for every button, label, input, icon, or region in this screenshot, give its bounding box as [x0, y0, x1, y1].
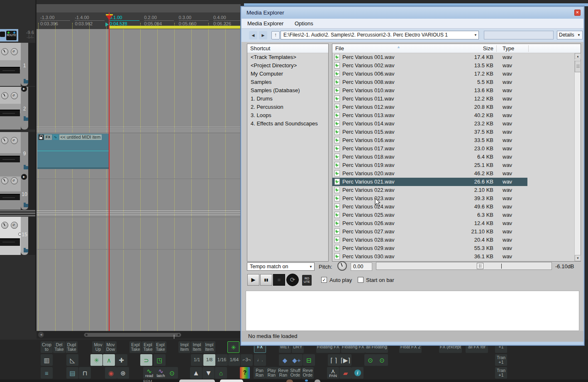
file-panel[interactable]: File ▲ Size Type Perc Various 001.wav 17… [332, 44, 581, 262]
waveform-preview-area[interactable] [246, 291, 579, 331]
pan-knob[interactable] [11, 222, 18, 229]
nudge-down-icon[interactable]: ▼ [203, 367, 215, 379]
shortcut-list[interactable]: <Track Templates><Project Directory>My C… [247, 53, 328, 261]
mouse-modifier-icon[interactable]: ⊓ [79, 367, 91, 379]
scroll-back-icon[interactable]: ◀ [38, 332, 44, 338]
scroll-down-icon[interactable]: ▼ [575, 255, 581, 261]
file-row[interactable]: Perc Various 026.wav 12.4 KB wav [332, 219, 574, 228]
grid-1-16-button[interactable]: 1/16 [216, 354, 228, 366]
new-folder-icon[interactable]: ✳ [227, 341, 239, 353]
midi-item[interactable]: FX ∿ << untitled MIDI item [37, 134, 109, 169]
insert-measure-icon[interactable]: ⊟ [303, 354, 315, 366]
volume-knob[interactable] [1, 137, 8, 144]
file-row[interactable]: Perc Various 024.wav 49.6 KB wav [332, 203, 574, 211]
file-row[interactable]: Perc Various 011.wav 12.2 KB wav [332, 95, 574, 103]
file-row[interactable]: Perc Various 001.wav 17.4 KB wav [332, 53, 574, 61]
file-list-header[interactable]: File ▲ Size Type [332, 44, 581, 53]
shortcut-panel[interactable]: Shortcut <Track Templates><Project Direc… [247, 44, 329, 262]
folder-icon[interactable] [24, 166, 28, 169]
track-collapse-icon[interactable]: ▶ [21, 86, 27, 92]
fader-partial[interactable] [0, 110, 20, 116]
shortcut-item[interactable]: My Computer [247, 70, 328, 78]
close-button[interactable]: ✕ [574, 10, 581, 16]
pan-knob[interactable] [11, 48, 18, 55]
play-selection-icon[interactable]: ⌈▶⌉ [339, 354, 351, 366]
shuffle-order-button[interactable]: Shuff Orde [289, 367, 301, 379]
track-panel[interactable]: 9 [0, 132, 37, 179]
file-row[interactable]: Perc Various 028.wav 20.4 KB wav [332, 236, 574, 244]
move-up-button[interactable]: Mov Up [92, 341, 104, 353]
file-row[interactable]: Perc Various 030.wav 36.1 KB wav [332, 252, 574, 261]
show-knob-icon[interactable]: ⊙ [376, 354, 388, 366]
pause-button[interactable]: ▮▮ [260, 274, 272, 286]
film-reels-icon[interactable]: ⊛ [117, 367, 129, 379]
shortcut-item[interactable]: 1. Drums [247, 95, 328, 103]
scrollbar-thumb[interactable] [575, 61, 581, 72]
item-list-icon[interactable]: ≡ [41, 367, 53, 379]
implode-item-button[interactable]: Impl Item [203, 341, 215, 353]
copy-loop-icon[interactable]: ◳ [154, 354, 166, 366]
track-panel[interactable]: 10 [0, 176, 37, 210]
forward-icon[interactable]: ▶ [259, 31, 267, 39]
column-type[interactable]: Type [503, 45, 514, 51]
column-divider[interactable] [496, 45, 497, 52]
start-on-bar-checkbox[interactable] [358, 277, 364, 283]
loop-button[interactable]: ⟳ [286, 274, 299, 286]
file-row[interactable]: Perc Various 019.wav 25.1 KB wav [332, 161, 574, 169]
loop-points-icon[interactable]: ⊃ [140, 354, 152, 366]
envelope-icon[interactable]: ∿ [53, 135, 59, 140]
fader-partial[interactable] [0, 194, 20, 200]
scrollbar-thumb[interactable] [84, 333, 181, 337]
duplicate-take-button[interactable]: Dupl Take [66, 341, 78, 353]
menu-media-explorer[interactable]: Media Explorer [247, 20, 283, 27]
envelope-range-icon[interactable]: ◆ [279, 354, 291, 366]
reverse-order-button[interactable]: Reve Orde [302, 367, 314, 379]
time-selection-band[interactable] [109, 26, 241, 29]
path-dropdown-icon[interactable]: ▼ [472, 31, 479, 39]
file-row[interactable]: Perc Various 017.wav 23.0 KB wav [332, 144, 574, 153]
arrange-background[interactable] [37, 29, 241, 331]
folder-icon[interactable] [24, 204, 28, 207]
pitch-value-field[interactable]: 0.00 [351, 262, 372, 271]
file-row[interactable]: Perc Various 014.wav 23.2 KB wav [332, 120, 574, 128]
split-items-icon[interactable]: ◺ [66, 354, 78, 366]
implode-item-button[interactable]: Impl Item [178, 341, 190, 353]
file-list[interactable]: Perc Various 001.wav 17.4 KB wav Perc Va… [332, 53, 574, 261]
file-row[interactable]: Perc Various 013.wav 40.2 KB wav [332, 111, 574, 120]
shortcut-item[interactable]: 3. Loops [247, 111, 328, 120]
pitch-knob[interactable] [337, 261, 347, 271]
move-down-button[interactable]: Mov Dow [105, 341, 117, 353]
volume-knob[interactable] [1, 92, 8, 99]
route-button[interactable]: ROUTE [6, 31, 17, 40]
file-row[interactable]: Perc Various 015.wav 37.5 KB wav [332, 128, 574, 136]
file-row[interactable]: Perc Various 029.wav 55.3 KB wav [332, 244, 574, 252]
fader-partial[interactable] [0, 156, 20, 162]
file-row[interactable]: Perc Various 025.wav 6.3 KB wav [332, 211, 574, 219]
pan-knob[interactable] [11, 92, 18, 99]
fader-partial[interactable] [0, 238, 20, 246]
envelope-visibility-icon[interactable]: ⊙ [166, 367, 178, 379]
folder-items-icon[interactable]: ⌂ [215, 367, 227, 379]
arrange-view[interactable]: -1.3.000:03.396-1.4.000:03.9620.1.000:04… [37, 0, 241, 382]
delete-take-button[interactable]: Del Take [53, 341, 65, 353]
fader-partial[interactable] [0, 67, 20, 73]
file-row-selected[interactable]: Perc Various 021.wav 26.6 KB wav [332, 178, 574, 186]
path-combobox[interactable]: E:\Files\2-1. Audio\2. Samples\2. Percus… [281, 31, 479, 39]
tempo-match-dropdown[interactable]: Tempo match on ▼ [247, 262, 315, 271]
volume-knob[interactable] [1, 177, 8, 184]
show-mixer-icon[interactable]: ⊙ [364, 354, 376, 366]
stop-button[interactable]: ■ [273, 274, 285, 286]
triplet-grid-icon[interactable]: ⌐3¬ [241, 354, 253, 366]
back-icon[interactable]: ◀ [249, 31, 257, 39]
grid-1-8-button[interactable]: 1/8 [203, 354, 215, 366]
grid-1-64-button[interactable]: 1/64 [228, 354, 240, 366]
lock-icon[interactable] [39, 135, 44, 140]
crop-to-button[interactable]: Crop to [41, 341, 53, 353]
vertical-scrollbar[interactable]: ▲ ▼ [574, 53, 581, 261]
column-divider[interactable] [528, 45, 529, 52]
file-row[interactable]: Perc Various 016.wav 33.5 KB wav [332, 136, 574, 144]
pan-random-button[interactable]: Pan Ran [254, 367, 266, 379]
transpose-plus-one-button[interactable]: Tran +1 [495, 354, 507, 366]
hand-scroll-icon[interactable]: ✚ [115, 354, 127, 366]
volume-slider-thumb[interactable] [477, 263, 483, 269]
